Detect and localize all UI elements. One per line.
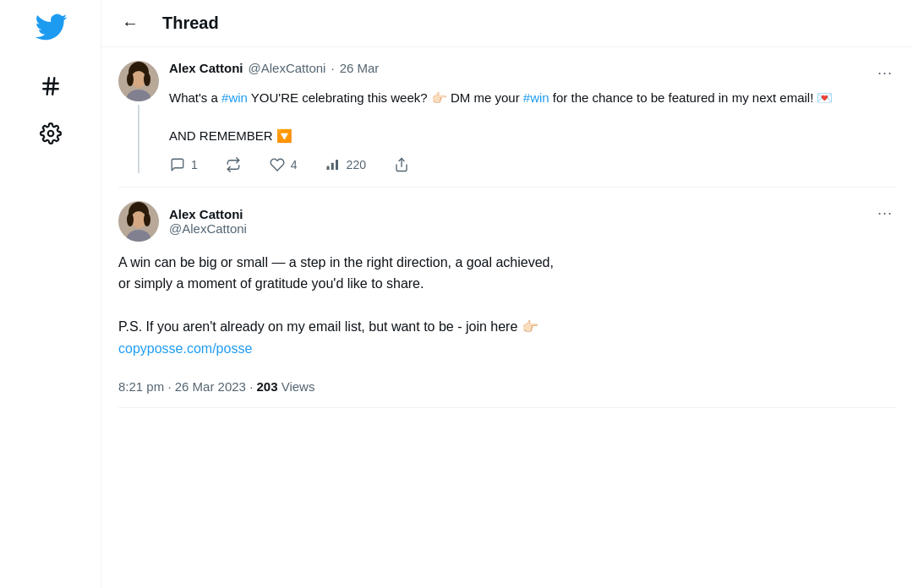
- svg-point-19: [144, 213, 150, 226]
- tweet-2-body-line1: A win can be big or small — a step in th…: [118, 255, 554, 270]
- svg-line-3: [52, 78, 54, 95]
- tweet-2: Alex Cattoni @AlexCattoni ··· A win can …: [118, 188, 896, 409]
- tweet-1-author-info: Alex Cattoni @AlexCattoni · 26 Mar: [169, 61, 379, 75]
- svg-point-9: [144, 73, 150, 86]
- tweet-1-dot: ·: [331, 61, 334, 75]
- main-content: ← Thread: [101, 0, 913, 588]
- tweet-1-more-button[interactable]: ···: [874, 61, 896, 85]
- svg-line-2: [46, 78, 48, 95]
- tweet-1: Alex Cattoni @AlexCattoni · 26 Mar ··· W…: [118, 47, 896, 188]
- author-name-2: Alex Cattoni: [169, 207, 247, 221]
- tweet-1-right: Alex Cattoni @AlexCattoni · 26 Mar ··· W…: [169, 61, 896, 173]
- back-button[interactable]: ←: [118, 10, 142, 36]
- svg-rect-11: [326, 166, 329, 170]
- avatar-2: [118, 201, 159, 242]
- tweet-2-body: A win can be big or small — a step in th…: [118, 252, 896, 360]
- svg-point-18: [127, 213, 134, 226]
- tweet-2-meta-date: 26 Mar 2023: [175, 379, 246, 394]
- views-icon: [325, 156, 342, 173]
- tweet-1-text-post: for the chance to be featured in my next…: [549, 90, 834, 105]
- sidebar: [0, 0, 101, 588]
- svg-point-8: [127, 73, 134, 86]
- tweet-1-hashtag2[interactable]: #win: [523, 90, 549, 105]
- tweet-2-views-label: Views: [278, 379, 315, 394]
- tweet-2-link[interactable]: copyposse.com/posse: [118, 341, 252, 356]
- tweet-2-meta-time: 8:21 pm: [118, 379, 164, 394]
- tweet-1-comment-count: 1: [191, 158, 198, 172]
- tweet-2-author-text: Alex Cattoni @AlexCattoni: [169, 207, 247, 236]
- tweet-1-like-count: 4: [291, 158, 298, 172]
- author-handle-2: @AlexCattoni: [169, 221, 247, 236]
- tweet-1-share-action[interactable]: [393, 156, 410, 173]
- page-title: Thread: [162, 14, 219, 33]
- tweet-1-text-mid: YOU'RE celebrating this week? 👉🏻 DM me y…: [248, 90, 523, 105]
- svg-rect-13: [336, 160, 338, 170]
- tweet-1-left: [118, 61, 159, 173]
- twitter-logo[interactable]: [34, 10, 68, 44]
- tweet-2-meta-dot1: ·: [167, 379, 171, 394]
- svg-rect-12: [331, 162, 333, 169]
- tweets-container: Alex Cattoni @AlexCattoni · 26 Mar ··· W…: [101, 47, 913, 408]
- author-handle-1: @AlexCattoni: [249, 61, 326, 75]
- tweet-1-header: Alex Cattoni @AlexCattoni · 26 Mar ···: [169, 61, 896, 85]
- tweet-1-retweet-action[interactable]: [225, 156, 242, 173]
- tweet-1-actions: 1: [169, 156, 896, 173]
- sidebar-item-settings[interactable]: [39, 122, 63, 145]
- tweet-2-body-line2: or simply a moment of gratitude you'd li…: [118, 276, 424, 291]
- tweet-2-more-button[interactable]: ···: [874, 201, 896, 226]
- tweet-2-body-line3: P.S. If you aren't already on my email l…: [118, 319, 539, 334]
- tweet-2-author-block: Alex Cattoni @AlexCattoni: [118, 201, 247, 242]
- svg-point-4: [47, 131, 53, 137]
- tweet-1-comment-action[interactable]: 1: [169, 156, 198, 173]
- tweet-2-views-count: 203: [256, 379, 277, 394]
- tweet-1-hashtag1[interactable]: #win: [221, 90, 248, 105]
- avatar-1: [118, 61, 159, 101]
- tweet-1-like-action[interactable]: 4: [269, 156, 298, 173]
- author-name-1: Alex Cattoni: [169, 61, 243, 75]
- tweet-1-text-line2: AND REMEMBER 🔽: [169, 128, 292, 143]
- tweet-1-views-count: 220: [347, 158, 366, 172]
- share-icon: [393, 156, 410, 173]
- tweet-1-date: 26 Mar: [340, 61, 380, 75]
- like-icon: [269, 156, 286, 173]
- thread-connector: [138, 105, 139, 173]
- thread-header: ← Thread: [101, 0, 913, 47]
- tweet-1-text-pre: What's a: [169, 90, 221, 105]
- sidebar-item-explore[interactable]: [39, 74, 63, 98]
- tweet-2-meta: 8:21 pm · 26 Mar 2023 · 203 Views: [118, 379, 896, 394]
- comment-icon: [169, 156, 186, 173]
- tweet-2-meta-dot2: ·: [249, 379, 253, 394]
- tweet-1-text: What's a #win YOU'RE celebrating this we…: [169, 89, 896, 146]
- retweet-icon: [225, 156, 242, 173]
- tweet-1-views-action[interactable]: 220: [325, 156, 366, 173]
